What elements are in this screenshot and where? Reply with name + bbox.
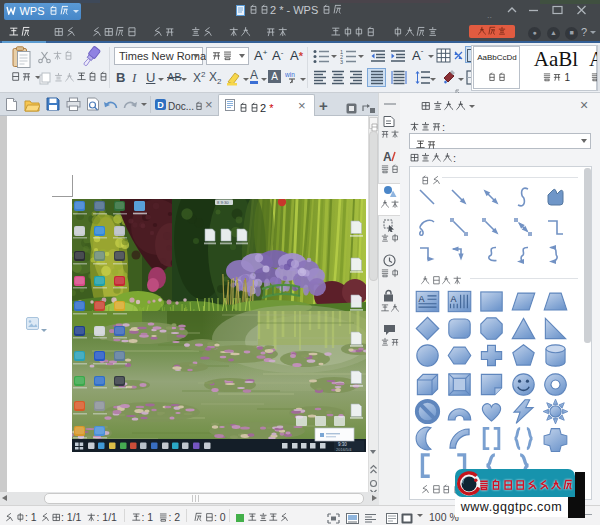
svg-text:win: win — [285, 71, 295, 78]
svg-text:A: A — [383, 150, 392, 163]
svg-text:8 9:30: 8 9:30 — [217, 200, 229, 205]
svg-text:A: A — [451, 294, 457, 304]
svg-text:A: A — [419, 294, 425, 304]
svg-text:D: D — [157, 100, 164, 110]
svg-text:2016/5/4: 2016/5/4 — [336, 447, 352, 452]
svg-text:3: 3 — [340, 59, 343, 64]
